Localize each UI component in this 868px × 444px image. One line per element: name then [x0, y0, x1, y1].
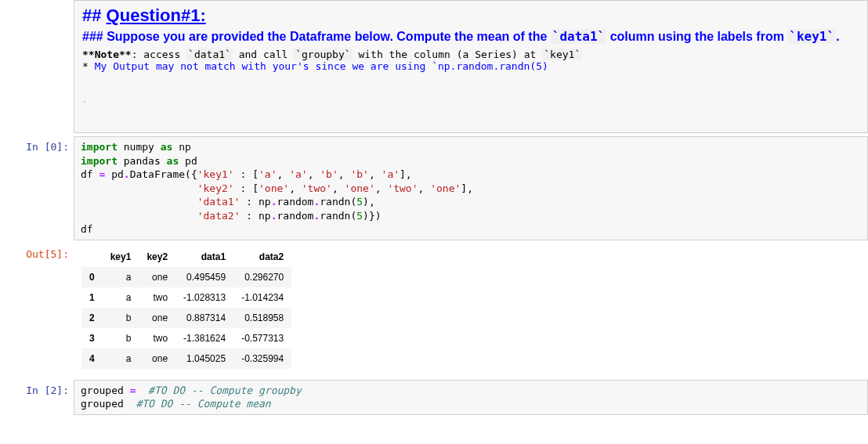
- rendered-markdown[interactable]: ## Question#1: ### Suppose you are provi…: [74, 0, 868, 133]
- table-row: 0aone0.4954590.296270: [81, 267, 291, 287]
- df-col-data2: data2: [233, 247, 291, 267]
- in0-code[interactable]: import numpy as np import pandas as pd d…: [74, 136, 868, 240]
- df-col-index: [81, 247, 103, 267]
- in2-code[interactable]: grouped = #TO DO -- Compute groupby grou…: [74, 380, 868, 415]
- output-cell-out5: Out[5]: key1 key2 data1 data2 0aone0.495…: [0, 244, 868, 377]
- out5-body: key1 key2 data1 data2 0aone0.4954590.296…: [74, 244, 868, 377]
- in2-prompt: In [2]:: [0, 380, 74, 398]
- note-line-1: **Note**: access `data1` and call `group…: [82, 49, 859, 60]
- df-col-key1: key1: [103, 247, 139, 267]
- table-row: 3btwo-1.381624-0.577313: [81, 328, 291, 348]
- markdown-cell-row: ## Question#1: ### Suppose you are provi…: [0, 0, 868, 133]
- markdown-empty-prompt: [0, 0, 74, 6]
- question-subheading: ### Suppose you are provided the Datafra…: [82, 29, 859, 44]
- markdown-cell-body: ## Question#1: ### Suppose you are provi…: [74, 0, 868, 133]
- table-row: 1atwo-1.028313-1.014234: [81, 287, 291, 308]
- code-cell-in0: In [0]: import numpy as np import pandas…: [0, 136, 868, 240]
- in0-body: import numpy as np import pandas as pd d…: [74, 136, 868, 240]
- df-col-data1: data1: [175, 247, 233, 267]
- in0-prompt: In [0]:: [0, 136, 74, 154]
- code-cell-in2: In [2]: grouped = #TO DO -- Compute grou…: [0, 380, 868, 415]
- question-heading: ## Question#1:: [82, 5, 859, 26]
- out5-prompt: Out[5]:: [0, 244, 74, 262]
- in2-body: grouped = #TO DO -- Compute groupby grou…: [74, 380, 868, 415]
- df-col-key2: key2: [139, 247, 175, 267]
- table-row: 4aone1.045025-0.325994: [81, 348, 291, 369]
- note-line-2: * My Output may not match with your's si…: [82, 60, 859, 72]
- stray-backtick: `: [82, 100, 859, 110]
- df-header-row: key1 key2 data1 data2: [81, 247, 291, 267]
- table-row: 2bone0.8873140.518958: [81, 308, 291, 328]
- dataframe-table: key1 key2 data1 data2 0aone0.4954590.296…: [81, 247, 291, 369]
